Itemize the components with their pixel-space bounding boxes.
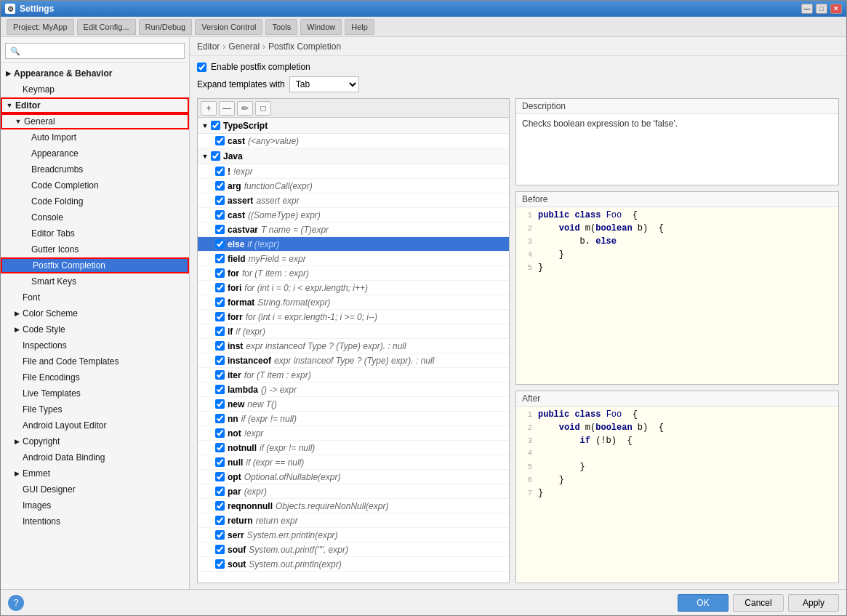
template-java-null[interactable]: null if (expr == null) (198, 455, 509, 470)
template-java-not[interactable]: ! !expr (198, 164, 509, 179)
template-checkbox[interactable] (215, 239, 225, 249)
sidebar-item-android-layout-editor[interactable]: Android Layout Editor (1, 417, 189, 433)
sidebar-item-auto-import[interactable]: Auto Import (1, 129, 189, 145)
template-java-new[interactable]: new new T() (198, 397, 509, 412)
template-checkbox[interactable] (215, 428, 225, 438)
template-checkbox[interactable] (215, 297, 225, 307)
sidebar-item-gui-designer[interactable]: GUI Designer (1, 481, 189, 497)
template-java-inst[interactable]: inst expr instanceof Type ? (Type) expr)… (198, 339, 509, 353)
sidebar-item-appearance-behavior[interactable]: ▶ Appearance & Behavior (1, 65, 189, 81)
template-java-souf[interactable]: souf System.out.printf("", expr) (198, 543, 509, 557)
template-java-if[interactable]: if if (expr) (198, 324, 509, 339)
template-java-opt[interactable]: opt Optional.ofNullable(expr) (198, 470, 509, 484)
sidebar-item-editor-tabs[interactable]: Editor Tabs (1, 225, 189, 241)
template-java-par[interactable]: par (expr) (198, 484, 509, 499)
template-java-else[interactable]: else if (!expr) (198, 237, 509, 252)
sidebar-item-postfix-completion[interactable]: Postfix Completion (1, 257, 189, 273)
sidebar-item-smart-keys[interactable]: Smart Keys (1, 273, 189, 289)
template-java-return[interactable]: return return expr (198, 513, 509, 528)
template-checkbox[interactable] (215, 385, 225, 394)
search-input[interactable] (5, 43, 185, 59)
tab-project[interactable]: Project: MyApp (7, 19, 74, 35)
minimize-button[interactable]: — (801, 4, 813, 14)
sidebar-item-intentions[interactable]: Intentions (1, 513, 189, 529)
enable-postfix-checkbox[interactable] (197, 63, 206, 72)
sidebar-item-inspections[interactable]: Inspections (1, 337, 189, 353)
sidebar-item-breadcrumbs[interactable]: Breadcrumbs (1, 161, 189, 177)
ok-button[interactable]: OK (678, 594, 728, 612)
template-checkbox[interactable] (215, 312, 225, 321)
help-button[interactable]: ? (8, 595, 24, 611)
template-java-lambda[interactable]: lambda () -> expr (198, 383, 509, 397)
template-checkbox[interactable] (215, 181, 225, 191)
group-java[interactable]: ▼ Java (198, 148, 509, 164)
template-checkbox[interactable] (215, 254, 225, 263)
template-checkbox[interactable] (215, 356, 225, 365)
template-checkbox[interactable] (215, 501, 225, 511)
template-checkbox[interactable] (215, 399, 225, 409)
template-checkbox[interactable] (215, 545, 225, 554)
sidebar-item-general[interactable]: ▼ General (1, 113, 189, 129)
template-java-reqnonnull[interactable]: reqnonnull Objects.requireNonNull(expr) (198, 499, 509, 513)
template-java-for[interactable]: for for (T item : expr) (198, 266, 509, 281)
close-button[interactable]: ✕ (830, 4, 842, 14)
template-java-format[interactable]: format String.format(expr) (198, 295, 509, 310)
sidebar-item-images[interactable]: Images (1, 497, 189, 513)
template-java-cast[interactable]: cast ((SomeType) expr) (198, 208, 509, 223)
sidebar-item-gutter-icons[interactable]: Gutter Icons (1, 241, 189, 257)
sidebar-item-file-encodings[interactable]: File Encodings (1, 369, 189, 385)
template-checkbox[interactable] (215, 268, 225, 278)
template-java-iter[interactable]: iter for (T item : expr) (198, 368, 509, 383)
template-java-forr[interactable]: forr for (int i = expr.length-1; i >= 0;… (198, 310, 509, 324)
template-checkbox[interactable] (215, 472, 225, 481)
template-checkbox[interactable] (215, 327, 225, 336)
template-checkbox[interactable] (215, 443, 225, 452)
tab-5[interactable]: Tools (265, 19, 297, 35)
template-checkbox[interactable] (215, 225, 225, 234)
expand-select[interactable]: Tab Enter Tab or Enter (289, 76, 359, 92)
template-java-notnull[interactable]: notnull if (expr != null) (198, 441, 509, 455)
group-typescript[interactable]: ▼ TypeScript (198, 118, 509, 134)
template-java-fori[interactable]: fori for (int i = 0; i < expr.length; i+… (198, 281, 509, 295)
template-checkbox[interactable] (215, 196, 225, 205)
sidebar-item-appearance[interactable]: Appearance (1, 145, 189, 161)
template-java-instanceof[interactable]: instanceof expr instanceof Type ? (Type)… (198, 353, 509, 368)
template-checkbox[interactable] (215, 283, 225, 292)
maximize-button[interactable]: □ (816, 4, 827, 14)
group-java-checkbox[interactable] (211, 151, 220, 161)
template-java-assert[interactable]: assert assert expr (198, 193, 509, 208)
template-checkbox[interactable] (215, 559, 225, 569)
cancel-button[interactable]: Cancel (733, 594, 784, 612)
copy-button[interactable]: □ (255, 101, 271, 116)
sidebar-item-file-types[interactable]: File Types (1, 401, 189, 417)
remove-button[interactable]: — (219, 101, 235, 116)
sidebar-item-color-scheme[interactable]: ▶ Color Scheme (1, 305, 189, 321)
sidebar-item-editor[interactable]: ▼ Editor (1, 97, 189, 113)
template-ts-cast[interactable]: cast (<any>value) (198, 134, 509, 148)
tab-4[interactable]: Version Control (195, 19, 262, 35)
template-checkbox[interactable] (215, 136, 225, 145)
sidebar-item-emmet[interactable]: ▶ Emmet (1, 465, 189, 481)
template-checkbox[interactable] (215, 457, 225, 467)
template-checkbox[interactable] (215, 487, 225, 496)
template-checkbox[interactable] (215, 167, 225, 176)
template-java-nn[interactable]: nn if (expr != null) (198, 412, 509, 426)
sidebar-item-keymap[interactable]: Keymap (1, 81, 189, 97)
group-typescript-checkbox[interactable] (211, 121, 220, 130)
template-checkbox[interactable] (215, 210, 225, 220)
apply-button[interactable]: Apply (788, 594, 839, 612)
template-checkbox[interactable] (215, 530, 225, 540)
sidebar-item-code-style[interactable]: ▶ Code Style (1, 321, 189, 337)
add-button[interactable]: + (201, 101, 217, 116)
template-checkbox[interactable] (215, 341, 225, 351)
sidebar-item-live-templates[interactable]: Live Templates (1, 385, 189, 401)
sidebar-item-android-data-binding[interactable]: Android Data Binding (1, 449, 189, 465)
sidebar-item-console[interactable]: Console (1, 209, 189, 225)
template-java-castvar[interactable]: castvar T name = (T)expr (198, 223, 509, 237)
template-java-serr[interactable]: serr System.err.println(expr) (198, 528, 509, 543)
sidebar-item-font[interactable]: Font (1, 289, 189, 305)
tab-3[interactable]: Run/Debug (139, 19, 193, 35)
template-java-field[interactable]: field myField = expr (198, 252, 509, 266)
sidebar-item-file-code-templates[interactable]: File and Code Templates (1, 353, 189, 369)
tab-6[interactable]: Window (300, 19, 342, 35)
